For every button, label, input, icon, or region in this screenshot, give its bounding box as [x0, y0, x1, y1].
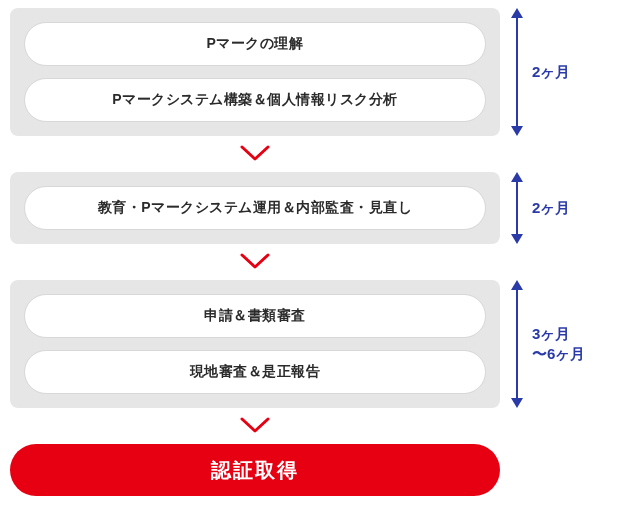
- duration-column: 2ヶ月: [510, 8, 620, 136]
- chevron-down-icon: [240, 253, 270, 271]
- final-step: 認証取得: [10, 444, 500, 496]
- phase-box: 申請＆書類審査 現地審査＆是正報告: [10, 280, 500, 408]
- duration-range-arrow-icon: [510, 8, 524, 136]
- duration-label: 2ヶ月: [532, 8, 570, 136]
- duration-label: 3ヶ月 〜6ヶ月: [532, 280, 585, 408]
- step-pill: 教育・Pマークシステム運用＆内部監査・見直し: [24, 186, 486, 230]
- duration-range-arrow-icon: [510, 172, 524, 244]
- duration-label: 2ヶ月: [532, 172, 570, 244]
- duration-column: 2ヶ月: [510, 172, 620, 244]
- phase-row: 申請＆書類審査 現地審査＆是正報告 3ヶ月 〜6ヶ月: [10, 280, 620, 408]
- duration-range-arrow-icon: [510, 280, 524, 408]
- flow-connector: [10, 244, 500, 280]
- flow-connector: [10, 136, 500, 172]
- step-pill: 現地審査＆是正報告: [24, 350, 486, 394]
- flow-connector: [10, 408, 500, 444]
- chevron-down-icon: [240, 417, 270, 435]
- phase-row: Pマークの理解 Pマークシステム構築＆個人情報リスク分析 2ヶ月: [10, 8, 620, 136]
- step-pill: Pマークシステム構築＆個人情報リスク分析: [24, 78, 486, 122]
- phase-box: Pマークの理解 Pマークシステム構築＆個人情報リスク分析: [10, 8, 500, 136]
- phase-row: 教育・Pマークシステム運用＆内部監査・見直し 2ヶ月: [10, 172, 620, 244]
- step-pill: Pマークの理解: [24, 22, 486, 66]
- duration-column: 3ヶ月 〜6ヶ月: [510, 280, 620, 408]
- chevron-down-icon: [240, 145, 270, 163]
- phase-box: 教育・Pマークシステム運用＆内部監査・見直し: [10, 172, 500, 244]
- step-pill: 申請＆書類審査: [24, 294, 486, 338]
